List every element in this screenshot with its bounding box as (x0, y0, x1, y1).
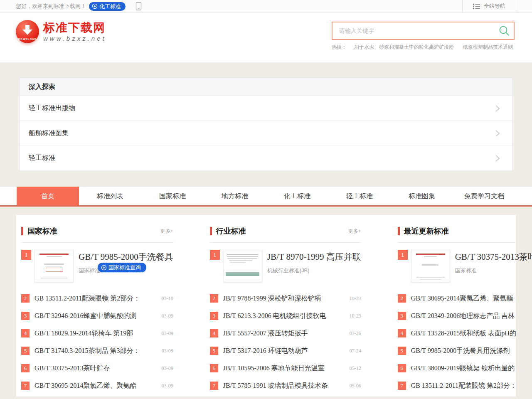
rank-badge: 2 (398, 294, 406, 303)
standard-title[interactable]: JB/T 9788-1999 深松铲和深松铲柄 (223, 294, 345, 303)
header-accent-bar (21, 227, 23, 235)
explore-row[interactable]: 轻工标准 (20, 146, 512, 171)
nav-item[interactable]: 轻工标准 (328, 187, 391, 205)
standard-title[interactable]: GB 13511.2-2011配装眼镜 第2部分： (34, 294, 157, 303)
standard-title[interactable]: JB/T 5317-2016 环链电动葫芦 (223, 347, 345, 355)
nav-item[interactable]: 地方标准 (204, 187, 266, 205)
standard-title[interactable]: JB/T 6213.3-2006 电机绕组引接软电 (223, 312, 345, 320)
nav-item[interactable]: 首页 (17, 187, 79, 205)
standard-query-button[interactable]: 国家标准查询 (98, 263, 146, 272)
rank-badge: 2 (210, 294, 218, 303)
topbar-left: 您好，欢迎来到标准下载网！ 化工标准 (16, 2, 142, 11)
standard-list-row[interactable]: 2 GB 13511.2-2011配装眼镜 第2部分： 03-10 (21, 290, 173, 307)
standard-list-row[interactable]: 4 JB/T 5557-2007 液压转矩扳手 07-26 (210, 325, 361, 342)
standard-title[interactable]: GB/T 32946-2016蜂蜜中脯氨酸的测 (34, 312, 157, 320)
standard-list-row[interactable]: 4 GB/T 13528-2015纸和纸板 表面pH的 03-09 (398, 325, 532, 342)
main-content: 国家标准 更多+ 1 GB/T 9985-2000手洗餐具 国家标准 (16, 215, 516, 397)
nav-item[interactable]: 免费学习文档 (453, 187, 515, 205)
explore-row-label: 船舶标准图集 (29, 129, 69, 138)
standard-list-row[interactable]: 6 GB/T 30375-2013茶叶贮存 03-09 (21, 360, 173, 377)
standard-list-row[interactable]: 5 GB/T 31740.3-2015茶制品 第3部分： 03-09 (21, 342, 173, 360)
rank-badge: 5 (398, 347, 406, 355)
standard-title[interactable]: JB/T 5785-1991 玻璃制品模具技术条 (223, 382, 345, 390)
standard-title[interactable]: GB/T 20349-2006地理标志产品 吉林 (411, 312, 529, 320)
featured-title[interactable]: JB/T 8970-1999 高压并联 (267, 251, 361, 263)
nav-item[interactable]: 化工标准 (266, 187, 328, 205)
standard-cover-thumbnail[interactable] (411, 250, 450, 282)
standard-title[interactable]: GB 13511.2-2011配装眼镜 第2部分： (411, 382, 529, 390)
logo-badge-text: DOWNLOAD (16, 38, 39, 40)
search-input[interactable] (332, 22, 515, 40)
rank-badge: 4 (210, 329, 218, 337)
explore-row[interactable]: 轻工标准出版物 (20, 96, 512, 121)
rank-badge: 7 (210, 382, 218, 390)
featured-standard[interactable]: 1 GB/T 9985-2000手洗餐具 国家标准 国家标准查询 (21, 250, 173, 285)
standard-date: 10-23 (350, 313, 361, 319)
explore-band: 深入探索 轻工标准出版物 船舶标准图集 (0, 62, 532, 187)
standard-title[interactable]: GB/T 18029.19-2014轮椅车 第19部 (34, 329, 157, 338)
standard-title[interactable]: GB/T 31740.3-2015茶制品 第3部分： (34, 347, 157, 355)
featured-standard[interactable]: 1 JB/T 8970-1999 高压并联 机械行业标准(JB) (210, 250, 361, 285)
standard-title[interactable]: GB/T 13528-2015纸和纸板 表面pH的 (411, 329, 529, 338)
standards-column: 最近更新标准 更多+ 1 GB/T 30375-2013茶叶贮 国家标准 2 G… (398, 225, 532, 394)
column-header: 行业标准 更多+ (210, 225, 361, 243)
nav-item[interactable]: 国家标准 (141, 187, 204, 205)
rank-badge: 7 (398, 382, 406, 390)
standard-date: 07-26 (350, 330, 361, 337)
featured-standard[interactable]: 1 GB/T 30375-2013茶叶贮 国家标准 (398, 250, 532, 285)
hot-search-link[interactable]: 用于水泥、砂浆和混凝土中的粒化高炉矿渣粉 (354, 44, 454, 51)
standard-list-row[interactable]: 5 GB/T 9985-2000手洗餐具用洗涤剂 03-10 (398, 342, 532, 360)
standard-list-row[interactable]: 2 JB/T 9788-1999 深松铲和深松铲柄 10-23 (210, 290, 361, 307)
standard-cover-thumbnail[interactable] (34, 250, 74, 282)
standard-list-row[interactable]: 3 JB/T 6213.3-2006 电机绕组引接软电 10-23 (210, 307, 361, 325)
standard-list-row[interactable]: 7 GB 13511.2-2011配装眼镜 第2部分： 03-10 (398, 377, 532, 394)
standard-title[interactable]: GB/T 9985-2000手洗餐具用洗涤剂 (411, 347, 529, 355)
standard-list-row[interactable]: 3 GB/T 20349-2006地理标志产品 吉林 03-09 (398, 307, 532, 325)
column-header: 国家标准 更多+ (21, 225, 173, 243)
site-logo[interactable]: DOWNLOAD 标准下载网 www.bzxz.net (16, 20, 106, 43)
standard-list-row[interactable]: 6 JB/T 10595-2006 寒地节能日光温室 05-12 (210, 360, 361, 377)
header-accent-bar (210, 227, 212, 235)
standard-title[interactable]: GB/T 30695-2014聚氯乙烯、聚氨酯 (34, 382, 157, 390)
featured-subtitle: 机械行业标准(JB) (267, 267, 361, 274)
site-nav-toggle[interactable]: 全站导航 (462, 0, 516, 12)
logo-text: 标准下载网 www.bzxz.net (43, 22, 106, 42)
column-title: 国家标准 (27, 226, 57, 236)
search-box (332, 22, 515, 40)
nav-item[interactable]: 标准列表 (79, 187, 141, 205)
chemical-standard-pill-button[interactable]: 化工标准 (89, 2, 126, 11)
hot-search-row: 热搜： 用于水泥、砂浆和混凝土中的粒化高炉矿渣粉 纸浆模塑制品技术通则 (332, 44, 515, 51)
mobile-phone-icon[interactable] (135, 2, 142, 10)
standard-title[interactable]: GB/T 38009-2019眼镜架 镍析出量的 (411, 364, 529, 373)
featured-title[interactable]: GB/T 9985-2000手洗餐具 (79, 251, 173, 263)
standard-list-row[interactable]: 5 JB/T 5317-2016 环链电动葫芦 07-24 (210, 342, 361, 360)
standard-title[interactable]: GB/T 30375-2013茶叶贮存 (34, 364, 157, 373)
featured-info: JB/T 8970-1999 高压并联 机械行业标准(JB) (267, 250, 361, 285)
list-menu-icon (473, 3, 480, 10)
standard-list-row[interactable]: 6 GB/T 38009-2019眼镜架 镍析出量的 03-09 (398, 360, 532, 377)
standard-date: 03-09 (162, 365, 173, 372)
rank-badge: 1 (210, 250, 220, 260)
explore-row[interactable]: 船舶标准图集 (20, 121, 512, 146)
standards-list: 2 GB 13511.2-2011配装眼镜 第2部分： 03-10 3 GB/T… (21, 290, 173, 394)
chevron-right-icon (493, 129, 502, 138)
standard-list-row[interactable]: 2 GB/T 30695-2014聚氯乙烯、聚氨酯 03-09 (398, 290, 532, 307)
hot-search-link[interactable]: 纸浆模塑制品技术通则 (463, 44, 513, 51)
more-link[interactable]: 更多+ (160, 228, 173, 235)
nav-item[interactable]: 标准图集 (391, 187, 453, 205)
standard-list-row[interactable]: 7 JB/T 5785-1991 玻璃制品模具技术条 05-06 (210, 377, 361, 394)
standard-list-row[interactable]: 3 GB/T 32946-2016蜂蜜中脯氨酸的测 03-09 (21, 307, 173, 325)
search-button[interactable] (498, 25, 510, 37)
standard-title[interactable]: JB/T 10595-2006 寒地节能日光温室 (223, 364, 345, 373)
standard-cover-thumbnail[interactable] (223, 250, 262, 282)
more-link[interactable]: 更多+ (348, 228, 361, 235)
rank-badge: 7 (21, 382, 30, 390)
standard-title[interactable]: GB/T 30695-2014聚氯乙烯、聚氨酯 (411, 294, 529, 303)
standard-list-row[interactable]: 4 GB/T 18029.19-2014轮椅车 第19部 03-09 (21, 325, 173, 342)
standard-title[interactable]: JB/T 5557-2007 液压转矩扳手 (223, 329, 345, 338)
rank-badge: 6 (210, 364, 218, 372)
standard-list-row[interactable]: 7 GB/T 30695-2014聚氯乙烯、聚氨酯 03-09 (21, 377, 173, 394)
topbar: 您好，欢迎来到标准下载网！ 化工标准 (0, 0, 532, 13)
featured-title[interactable]: GB/T 30375-2013茶叶贮 (455, 251, 532, 263)
search-area: 热搜： 用于水泥、砂浆和混凝土中的粒化高炉矿渣粉 纸浆模塑制品技术通则 (332, 22, 515, 51)
